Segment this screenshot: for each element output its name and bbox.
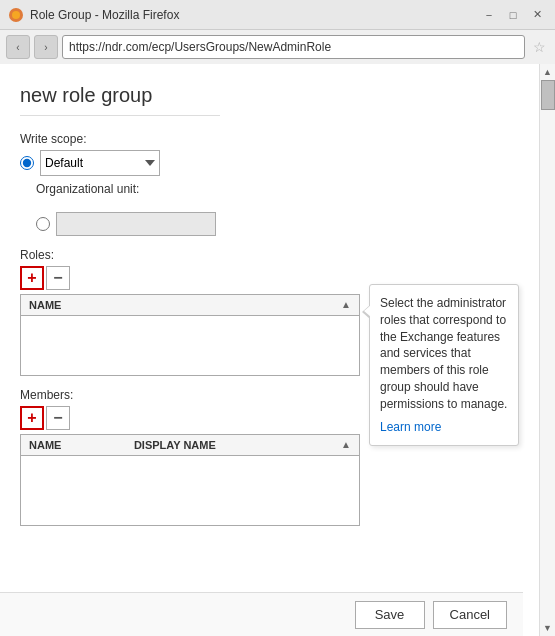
members-empty-row-display xyxy=(126,456,360,526)
window-controls: − □ ✕ xyxy=(479,5,547,25)
title-divider xyxy=(20,115,220,116)
cancel-button[interactable]: Cancel xyxy=(433,601,507,629)
title-bar: Role Group - Mozilla Firefox − □ ✕ xyxy=(0,0,555,30)
tooltip-text: Select the administrator roles that corr… xyxy=(380,296,507,411)
minimize-button[interactable]: − xyxy=(479,5,499,25)
scroll-thumb[interactable] xyxy=(541,80,555,110)
main-area: new role group Write scope: Default Cust… xyxy=(0,64,555,636)
members-table: NAME DISPLAY NAME ▲ xyxy=(20,434,360,526)
write-scope-radio[interactable] xyxy=(20,156,34,170)
url-bar[interactable]: https://ndr .com/ecp/UsersGroups/NewAdmi… xyxy=(62,35,525,59)
members-empty-row-name xyxy=(21,456,126,526)
scroll-down-arrow[interactable]: ▼ xyxy=(540,620,556,636)
members-add-button[interactable]: + xyxy=(20,406,44,430)
forward-button[interactable]: › xyxy=(34,35,58,59)
bottom-bar: Save Cancel xyxy=(0,592,523,636)
write-scope-label: Write scope: xyxy=(20,132,519,146)
tooltip-box: Select the administrator roles that corr… xyxy=(369,284,519,446)
content-panel: new role group Write scope: Default Cust… xyxy=(0,64,539,636)
members-sort-icon: ▲ xyxy=(341,439,351,450)
save-button[interactable]: Save xyxy=(355,601,425,629)
org-unit-radio[interactable] xyxy=(36,217,50,231)
roles-label: Roles: xyxy=(20,248,519,262)
org-unit-input-row xyxy=(36,212,519,236)
url-text-right: .com/ecp/UsersGroups/NewAdminRole xyxy=(122,40,331,54)
write-scope-dropdown[interactable]: Default Custom xyxy=(40,150,160,176)
roles-name-header[interactable]: NAME ▲ xyxy=(21,295,360,316)
back-button[interactable]: ‹ xyxy=(6,35,30,59)
svg-point-1 xyxy=(12,11,20,19)
close-button[interactable]: ✕ xyxy=(527,5,547,25)
roles-empty-row xyxy=(21,316,360,376)
tooltip-arrow-inner xyxy=(364,305,371,317)
maximize-button[interactable]: □ xyxy=(503,5,523,25)
org-unit-row: Organizational unit: xyxy=(36,182,519,200)
browser-icon xyxy=(8,7,24,23)
write-scope-section: Write scope: Default Custom Organization… xyxy=(20,132,519,236)
tooltip-learn-more-link[interactable]: Learn more xyxy=(380,419,508,436)
scrollbar: ▲ ▼ xyxy=(539,64,555,636)
address-bar: ‹ › https://ndr .com/ecp/UsersGroups/New… xyxy=(0,30,555,64)
bookmark-icon[interactable]: ☆ xyxy=(529,37,549,57)
members-name-header[interactable]: NAME xyxy=(21,435,126,456)
roles-sort-icon: ▲ xyxy=(341,299,351,310)
scroll-up-arrow[interactable]: ▲ xyxy=(540,64,556,80)
org-unit-input[interactable] xyxy=(56,212,216,236)
window-title: Role Group - Mozilla Firefox xyxy=(30,8,479,22)
roles-table: NAME ▲ xyxy=(20,294,360,376)
org-unit-label: Organizational unit: xyxy=(36,182,139,196)
members-remove-button[interactable]: − xyxy=(46,406,70,430)
roles-remove-button[interactable]: − xyxy=(46,266,70,290)
scroll-track[interactable] xyxy=(540,80,556,620)
roles-add-button[interactable]: + xyxy=(20,266,44,290)
url-text-left: https://ndr xyxy=(69,40,122,54)
members-displayname-header[interactable]: DISPLAY NAME ▲ xyxy=(126,435,360,456)
page-title: new role group xyxy=(20,84,519,107)
write-scope-row: Default Custom xyxy=(20,150,519,176)
